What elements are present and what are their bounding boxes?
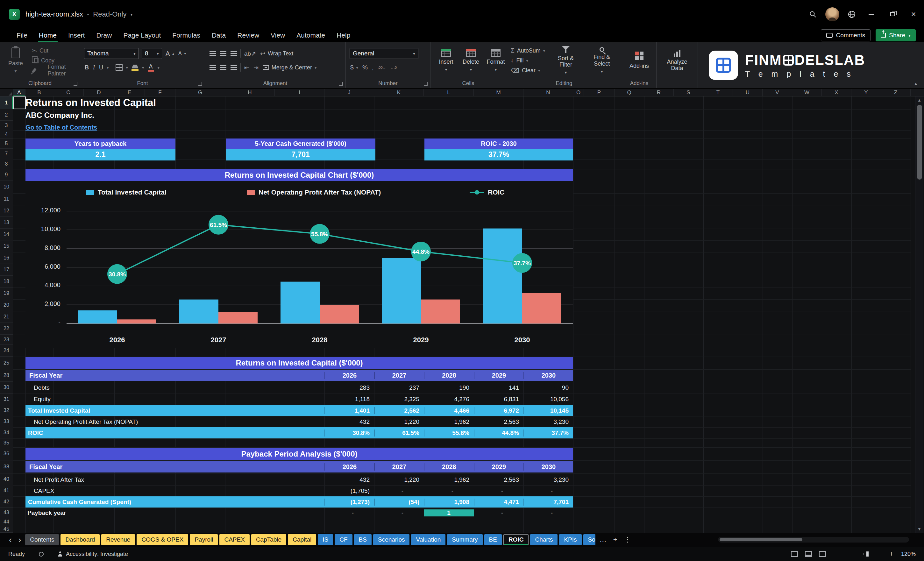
horizontal-scrollbar[interactable] xyxy=(718,537,909,543)
find-select-button[interactable]: Find & Select▾ xyxy=(586,46,618,74)
sheet-tab-capital[interactable]: Capital xyxy=(288,534,316,545)
sheet-tab-revenue[interactable]: Revenue xyxy=(101,534,135,545)
increase-font-size-button[interactable]: A▴ xyxy=(165,49,175,58)
zoom-level[interactable]: 120% xyxy=(899,551,916,558)
previous-sheet-button[interactable]: ‹ xyxy=(6,535,14,545)
legend-item[interactable]: Total Invested Capital xyxy=(86,188,166,197)
column-header-O[interactable]: O xyxy=(573,89,584,96)
vertical-scrollbar[interactable]: ▲ ▼ xyxy=(915,96,923,532)
clear-button[interactable]: ⌫Clear▾ xyxy=(510,66,546,75)
number-format-select[interactable]: General▾ xyxy=(350,48,418,59)
column-header-R[interactable]: R xyxy=(644,89,674,96)
column-header-N[interactable]: N xyxy=(524,89,573,96)
table-of-contents-link[interactable]: Go to Table of Contents xyxy=(26,123,159,132)
wrap-text-button[interactable]: ↩Wrap Text xyxy=(260,49,294,58)
column-header-C[interactable]: C xyxy=(53,89,84,96)
menu-item-review[interactable]: Review xyxy=(231,28,265,42)
chevron-down-icon[interactable]: ▾ xyxy=(106,65,109,70)
close-button[interactable]: × xyxy=(903,0,924,28)
comma-style-button[interactable]: , xyxy=(371,63,374,72)
column-header-A[interactable]: A xyxy=(13,89,26,96)
column-header-P[interactable]: P xyxy=(584,89,615,96)
column-header-D[interactable]: D xyxy=(84,89,114,96)
align-left-button[interactable] xyxy=(209,63,216,72)
comments-button[interactable]: Comments xyxy=(821,29,870,41)
font-size-select[interactable]: 8▾ xyxy=(142,48,162,59)
macro-record-icon[interactable] xyxy=(39,552,44,556)
sheet-tab-charts[interactable]: Charts xyxy=(530,534,558,545)
align-top-button[interactable] xyxy=(209,49,216,58)
column-header-I[interactable]: I xyxy=(275,89,324,96)
column-header-W[interactable]: W xyxy=(792,89,822,96)
legend-item[interactable]: ROIC xyxy=(470,188,505,197)
orientation-button[interactable]: ab↗ xyxy=(244,49,256,58)
sheet-tab-scenarios[interactable]: Scenarios xyxy=(373,534,410,545)
sheet-tab-capex[interactable]: CAPEX xyxy=(219,534,249,545)
more-sheets-button[interactable]: … xyxy=(597,536,609,544)
column-header-G[interactable]: G xyxy=(176,89,225,96)
column-header-Z[interactable]: Z xyxy=(881,89,910,96)
percent-style-button[interactable]: % xyxy=(362,63,368,72)
column-header-U[interactable]: U xyxy=(733,89,763,96)
sheet-tab-contents[interactable]: Contents xyxy=(25,534,59,545)
merge-center-button[interactable]: Merge & Center▾ xyxy=(262,63,318,72)
paste-button[interactable]: Paste ▾ xyxy=(4,47,27,74)
scroll-up-icon[interactable]: ▲ xyxy=(915,98,923,102)
menu-item-help[interactable]: Help xyxy=(331,28,356,42)
scroll-down-icon[interactable]: ▼ xyxy=(915,526,923,531)
select-all-corner[interactable] xyxy=(0,89,13,96)
menu-item-formulas[interactable]: Formulas xyxy=(166,28,206,42)
sheet-tab-dashboard[interactable]: Dashboard xyxy=(60,534,100,545)
insert-cells-button[interactable]: Insert▾ xyxy=(434,48,458,73)
zoom-slider-thumb[interactable] xyxy=(866,552,868,556)
column-header-L[interactable]: L xyxy=(424,89,474,96)
column-header-F[interactable]: F xyxy=(145,89,176,96)
column-header-T[interactable]: T xyxy=(704,89,733,96)
column-header-M[interactable]: M xyxy=(474,89,524,96)
decrease-font-size-button[interactable]: A▾ xyxy=(178,49,187,58)
menu-item-automate[interactable]: Automate xyxy=(291,28,331,42)
fill-button[interactable]: ↓Fill▾ xyxy=(510,56,546,65)
sheet-tab-summary[interactable]: Summary xyxy=(447,534,482,545)
column-header-K[interactable]: K xyxy=(374,89,424,96)
align-middle-button[interactable] xyxy=(219,49,227,58)
menu-item-insert[interactable]: Insert xyxy=(62,28,91,42)
delete-cells-button[interactable]: Delete▾ xyxy=(459,48,483,73)
column-header-H[interactable]: H xyxy=(225,89,275,96)
sheet-grid[interactable]: 1234578910111213141516171819202122232425… xyxy=(0,96,924,532)
sheet-tab-cf[interactable]: CF xyxy=(334,534,352,545)
column-header-J[interactable]: J xyxy=(324,89,374,96)
excel-app-icon[interactable]: X xyxy=(9,9,20,20)
chevron-down-icon[interactable]: ▾ xyxy=(158,65,160,70)
ribbon-collapse-button[interactable]: ▴ xyxy=(915,81,917,86)
sheet-tab-cogs-opex[interactable]: COGS & OPEX xyxy=(136,534,188,545)
align-center-button[interactable] xyxy=(219,63,227,72)
globe-icon[interactable] xyxy=(843,0,861,28)
accounting-format-button[interactable]: $▾ xyxy=(350,63,359,72)
menu-item-data[interactable]: Data xyxy=(206,28,231,42)
column-header-Y[interactable]: Y xyxy=(851,89,881,96)
menu-item-home[interactable]: Home xyxy=(33,28,62,42)
increase-decimal-button[interactable]: .00→ xyxy=(377,63,387,72)
cut-button[interactable]: ✂Cut xyxy=(31,46,76,56)
align-bottom-button[interactable] xyxy=(230,49,237,58)
column-header-V[interactable]: V xyxy=(763,89,792,96)
addins-button[interactable]: Add-ins xyxy=(627,51,651,70)
horizontal-scroll-thumb[interactable] xyxy=(720,538,802,541)
add-sheet-button[interactable]: + xyxy=(611,536,620,544)
format-painter-button[interactable]: Format Painter xyxy=(31,66,76,75)
sheet-tab-captable[interactable]: CapTable xyxy=(251,534,286,545)
page-break-view-button[interactable] xyxy=(818,549,826,559)
sheet-tab-roic[interactable]: ROIC xyxy=(503,534,529,545)
underline-button[interactable]: U xyxy=(98,63,104,72)
sheet-tab-is[interactable]: IS xyxy=(318,534,333,545)
share-button[interactable]: Share ▾ xyxy=(876,29,916,41)
vertical-scroll-thumb[interactable] xyxy=(917,105,922,180)
column-header-Q[interactable]: Q xyxy=(615,89,644,96)
search-icon[interactable] xyxy=(804,0,822,28)
bold-button[interactable]: B xyxy=(84,63,90,72)
increase-indent-button[interactable]: ⇥ xyxy=(253,63,259,72)
menu-item-draw[interactable]: Draw xyxy=(90,28,117,42)
analyze-data-button[interactable]: Analyze Data xyxy=(660,49,694,72)
accessibility-status[interactable]: Accessibility: Investigate xyxy=(58,551,128,558)
